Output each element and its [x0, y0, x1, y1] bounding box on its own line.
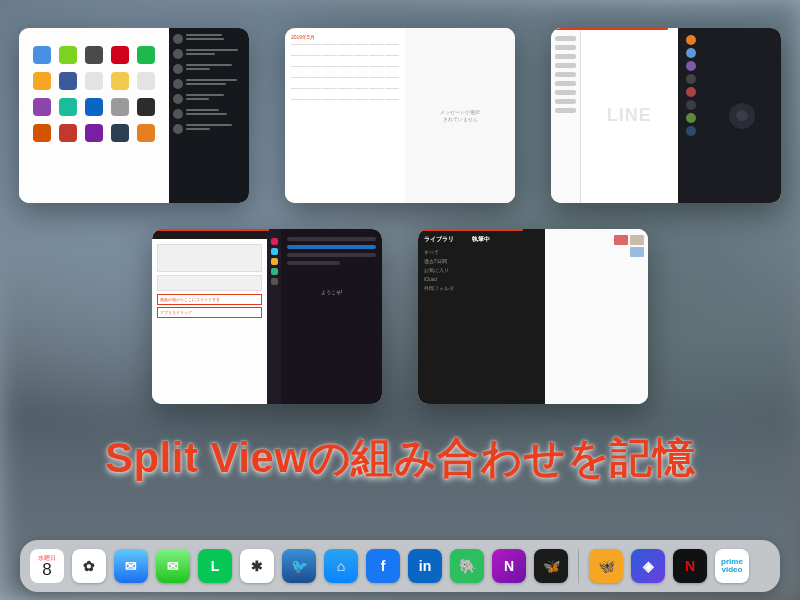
tweet-row: [173, 94, 245, 104]
photos-pane: [545, 229, 648, 404]
calendar-pane: 2019年5月: [285, 28, 405, 203]
favorite-icon: [33, 46, 51, 64]
favorite-icon: [111, 98, 129, 116]
ulysses-sidebar-item: iCloud: [424, 275, 539, 284]
messages-icon[interactable]: ✉: [156, 549, 190, 583]
favorite-icon: [137, 124, 155, 142]
favorite-icon: [85, 98, 103, 116]
favorite-icon: [33, 124, 51, 142]
slack-welcome: ようこそ!: [287, 289, 376, 295]
facebook-icon[interactable]: f: [366, 549, 400, 583]
favorite-icon: [137, 46, 155, 64]
line-icon[interactable]: L: [198, 549, 232, 583]
annotation-highlight: LINE Messenger: [551, 28, 668, 30]
evernote-pane: 画面の端からここにスライドする アプリをドラッグ: [152, 229, 267, 404]
mail-empty-state: メッセージが選択 されていません: [405, 28, 515, 203]
slack-icon[interactable]: ✱: [240, 549, 274, 583]
favorite-icon: [33, 72, 51, 90]
favorite-icon: [59, 124, 77, 142]
ulysses-sidebar-item: 外部フォルダ: [424, 284, 539, 293]
annotation-callout: アプリをドラッグ: [157, 307, 262, 318]
tweet-row: [173, 124, 245, 134]
tweet-row: [173, 34, 245, 44]
tweet-row: [173, 79, 245, 89]
dock-separator: [578, 549, 579, 583]
favorite-icon: [111, 72, 129, 90]
favorite-icon: [59, 72, 77, 90]
ulysses-pane: ライブラリ 執筆中 すべて過去7日間お気に入りiCloud外部フォルダ: [418, 229, 545, 404]
dock-calendar-icon[interactable]: 水曜日 8: [30, 549, 64, 583]
line-logo-watermark: LINE: [607, 105, 652, 126]
splitview-card-calendar-mail[interactable]: カレンダー メール 2019年5月 メッセージが選択 されていません: [285, 28, 515, 203]
favorite-icon: [85, 72, 103, 90]
messenger-icon[interactable]: ⌂: [324, 549, 358, 583]
ulysses-sidebar-item: 過去7日間: [424, 257, 539, 266]
favorite-icon: [137, 98, 155, 116]
ulysses-sidebar-item: すべて: [424, 248, 539, 257]
favorite-icon: [33, 98, 51, 116]
splitview-card-ulysses-photos[interactable]: Ulysses 写真 ライブラリ 執筆中 すべて過去7日間お気に入りiCloud…: [418, 229, 648, 404]
tweetbot-icon[interactable]: 🐦: [282, 549, 316, 583]
slack-pane: ようこそ!: [267, 229, 382, 404]
safari-pane: [19, 28, 169, 203]
shortcuts-icon[interactable]: ◈: [631, 549, 665, 583]
splitview-card-evernote-slack[interactable]: Evernote Slack 画面の端からここにスライドする アプリをドラッ: [152, 229, 382, 404]
app-switcher: Safari Tweetbot: [0, 28, 800, 404]
netflix-icon[interactable]: N: [673, 549, 707, 583]
tweet-row: [173, 64, 245, 74]
favorites-grid: [19, 28, 169, 160]
annotation-callout: 画面の端からここにスライドする: [157, 294, 262, 305]
favorite-icon: [59, 46, 77, 64]
linkedin-icon[interactable]: in: [408, 549, 442, 583]
messenger-pane: [678, 28, 782, 203]
favorite-icon: [137, 72, 155, 90]
mail-pane: メッセージが選択 されていません: [405, 28, 515, 203]
favorite-icon: [111, 124, 129, 142]
tweet-row: [173, 49, 245, 59]
dock: 水曜日 8 ✿✉✉L✱🐦⌂fin🐘N🦋🦋◈Nprime video: [20, 540, 780, 592]
favorite-icon: [85, 124, 103, 142]
messenger-empty-icon: [729, 103, 755, 129]
line-pane: LINE: [551, 28, 678, 203]
splitview-card-line-messenger[interactable]: LINE Messenger LINE: [551, 28, 781, 203]
tweetbot-pane: [169, 28, 249, 203]
tweet-row: [173, 109, 245, 119]
ulysses-library-header: ライブラリ: [424, 235, 454, 244]
annotation-highlight: Ulysses 写真: [418, 229, 523, 231]
favorite-icon: [85, 46, 103, 64]
splitview-card-safari-tweetbot[interactable]: Safari Tweetbot: [19, 28, 249, 203]
onenote-icon[interactable]: N: [492, 549, 526, 583]
evernote-icon[interactable]: 🐘: [450, 549, 484, 583]
mail-icon[interactable]: ✉: [114, 549, 148, 583]
ulysses-sidebar-item: お気に入り: [424, 266, 539, 275]
favorite-icon: [59, 98, 77, 116]
taskpaper-icon[interactable]: 🦋: [589, 549, 623, 583]
favorite-icon: [111, 46, 129, 64]
primevideo-icon[interactable]: prime video: [715, 549, 749, 583]
photos-icon[interactable]: ✿: [72, 549, 106, 583]
ulysses-icon[interactable]: 🦋: [534, 549, 568, 583]
annotation-highlight: Evernote Slack: [152, 229, 269, 231]
calendar-month-header: 2019年5月: [291, 34, 399, 40]
ulysses-editor-header: 執筆中: [472, 235, 490, 244]
